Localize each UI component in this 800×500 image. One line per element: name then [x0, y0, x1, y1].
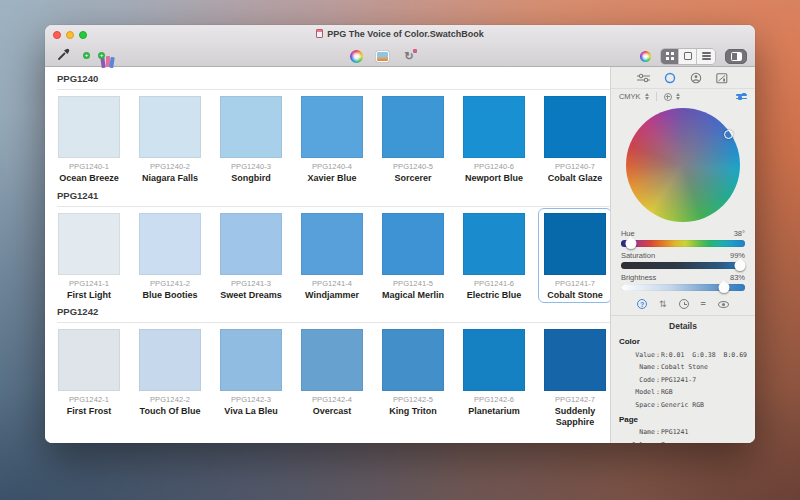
swatch-color: [58, 213, 120, 275]
swatch-cell[interactable]: PPG1241-1 First Light: [58, 213, 120, 301]
color-wheel[interactable]: [626, 108, 740, 222]
details-heading: Details: [619, 321, 747, 331]
swatch-group: PPG1242 PPG1242-1 First Frost PPG1242-2 …: [45, 306, 610, 427]
brightness-slider-track[interactable]: [621, 284, 745, 291]
list-view-button[interactable]: [697, 49, 715, 64]
sort-icon[interactable]: ⇅: [659, 299, 667, 309]
brightness-slider-thumb[interactable]: [718, 282, 729, 293]
group-cells: PPG1241-1 First Light PPG1241-2 Blue Boo…: [45, 207, 610, 301]
eyedropper-icon[interactable]: [57, 47, 71, 65]
color-wheel-small-icon[interactable]: [640, 51, 651, 62]
swatch-color: [58, 96, 120, 158]
swatch-code: PPG1240-2: [139, 162, 201, 171]
swatch-code: PPG1240-3: [220, 162, 282, 171]
swatch-cell[interactable]: PPG1240-3 Songbird: [220, 96, 282, 184]
swatch-cell[interactable]: PPG1241-6 Electric Blue: [463, 213, 525, 301]
hue-slider-thumb[interactable]: [625, 238, 636, 249]
user-tab-icon[interactable]: [689, 72, 703, 84]
swatch-code: PPG1241-1: [58, 279, 120, 288]
colorspace-label: CMYK: [619, 92, 641, 101]
toolbar-center: ↻: [350, 50, 416, 63]
swatch-color: [220, 213, 282, 275]
swatch-cell[interactable]: PPG1240-5 Sorcerer: [382, 96, 444, 184]
single-view-button[interactable]: [679, 49, 697, 64]
swatch-code: PPG1241-2: [139, 279, 201, 288]
swatch-code: PPG1242-4: [301, 395, 363, 404]
hue-slider-track[interactable]: [621, 240, 745, 247]
wheel-tab-icon[interactable]: [663, 72, 677, 84]
equals-icon[interactable]: =: [701, 299, 706, 309]
slider-row: Saturation 99%: [621, 251, 745, 269]
swatch-name: Planetarium: [463, 406, 525, 417]
inspector-bottom-icons: ? ⇅ =: [611, 299, 755, 316]
clock-icon[interactable]: [679, 299, 689, 309]
swatch-cell[interactable]: PPG1240-4 Xavier Blue: [301, 96, 363, 184]
swatch-cell[interactable]: PPG1240-7 Cobalt Glaze: [544, 96, 606, 184]
swatch-code: PPG1242-1: [58, 395, 120, 404]
sidebar-icon: [731, 52, 742, 61]
eye-icon[interactable]: [718, 301, 729, 308]
swatch-code: PPG1240-6: [463, 162, 525, 171]
swatch-cell[interactable]: PPG1242-4 Overcast: [301, 329, 363, 427]
adjust-icon[interactable]: [736, 94, 747, 99]
swatch-cell[interactable]: PPG1241-4 Windjammer: [301, 213, 363, 301]
swatch-cell[interactable]: PPG1241-3 Sweet Dreams: [220, 213, 282, 301]
swatch-code: PPG1242-7: [544, 395, 606, 404]
swatch-cell[interactable]: PPG1240-1 Ocean Breeze: [58, 96, 120, 184]
swatch-cell[interactable]: PPG1242-7 Suddenly Sapphire: [544, 329, 606, 427]
toolbar-right: [640, 48, 747, 65]
swatch-cell[interactable]: PPG1240-2 Niagara Falls: [139, 96, 201, 184]
swatch-color: [58, 329, 120, 391]
convert-icon[interactable]: ↻: [402, 50, 416, 63]
swatch-name: Touch Of Blue: [139, 406, 201, 417]
swatch-cell[interactable]: PPG1242-2 Touch Of Blue: [139, 329, 201, 427]
app-window: PPG The Voice of Color.SwatchBook + +: [45, 25, 755, 443]
group-cells: PPG1242-1 First Frost PPG1242-2 Touch Of…: [45, 323, 610, 427]
swatch-cell[interactable]: PPG1242-1 First Frost: [58, 329, 120, 427]
titlebar: PPG The Voice of Color.SwatchBook: [45, 25, 755, 45]
sliders-tab-icon[interactable]: [637, 72, 651, 84]
slider-row: Hue 38°: [621, 229, 745, 247]
swatch-code: PPG1242-3: [220, 395, 282, 404]
swatch-code: PPG1241-3: [220, 279, 282, 288]
swatch-color: [463, 213, 525, 275]
colorspace-dropdown[interactable]: [645, 93, 649, 100]
swatch-cell[interactable]: PPG1241-5 Magical Merlin: [382, 213, 444, 301]
swatch-cell[interactable]: PPG1242-6 Planetarium: [463, 329, 525, 427]
swatch-code: PPG1240-1: [58, 162, 120, 171]
swatch-cell[interactable]: PPG1242-3 Viva La Bleu: [220, 329, 282, 427]
group-title: PPG1240: [57, 73, 610, 84]
swatch-color: [301, 213, 363, 275]
grid-view-button[interactable]: [661, 49, 679, 64]
swatch-name: Xavier Blue: [301, 173, 363, 184]
swatch-code: PPG1240-5: [382, 162, 444, 171]
group-title: PPG1242: [57, 306, 610, 317]
square-icon: [684, 52, 692, 60]
help-icon[interactable]: ?: [637, 299, 647, 309]
swatch-color: [382, 329, 444, 391]
image-icon[interactable]: [376, 51, 389, 62]
swatch-cell[interactable]: PPG1242-5 King Triton: [382, 329, 444, 427]
swatch-cell[interactable]: PPG1241-7 Cobalt Stone: [544, 213, 606, 301]
wheel-cursor[interactable]: [724, 130, 733, 139]
report-tab-icon[interactable]: [715, 72, 729, 84]
swatch-name: Suddenly Sapphire: [544, 406, 606, 427]
swatch-cell[interactable]: PPG1240-6 Newport Blue: [463, 96, 525, 184]
color-wheel-icon[interactable]: [350, 50, 363, 63]
saturation-slider-thumb[interactable]: [735, 260, 746, 271]
swatch-cell[interactable]: PPG1241-2 Blue Booties: [139, 213, 201, 301]
slider-label: Brightness: [621, 273, 656, 282]
swatch-grid: PPG1240 PPG1240-1 Ocean Breeze PPG1240-2…: [45, 67, 611, 443]
swatch-color: [544, 96, 606, 158]
inspector-tabs: [611, 67, 755, 89]
swatch-name: Ocean Breeze: [58, 173, 120, 184]
profile-dropdown[interactable]: [676, 93, 680, 100]
slider-value: 38°: [734, 229, 745, 238]
sidebar-toggle-button[interactable]: [725, 49, 747, 64]
swatch-color: [544, 213, 606, 275]
saturation-slider-track[interactable]: [621, 262, 745, 269]
swatch-name: Overcast: [301, 406, 363, 417]
slider-value: 83%: [730, 273, 745, 282]
swatch-code: PPG1242-2: [139, 395, 201, 404]
swatch-name: Newport Blue: [463, 173, 525, 184]
